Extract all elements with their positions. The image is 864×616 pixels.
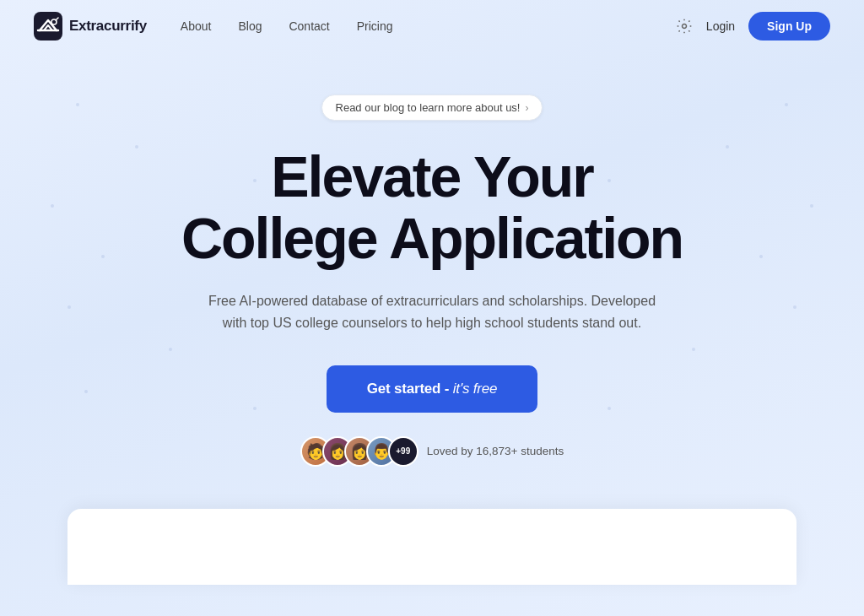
nav-right: Login Sign Up [676,12,830,41]
login-button[interactable]: Login [706,19,735,33]
nav-contact[interactable]: Contact [289,19,329,33]
cta-bold-text: Get started - [367,381,453,397]
nav-blog[interactable]: Blog [238,19,262,33]
nav-pricing[interactable]: Pricing [357,19,393,33]
social-label: Loved by 16,873+ students [427,445,564,457]
brand-name: Extracurrify [69,18,147,35]
social-proof: 🧑 👩 👩 👨 +99 Loved by 16,873+ students [300,436,564,467]
hero-section: Read our blog to learn more about us! › … [0,52,864,509]
hero-title: Elevate Your College Application [181,146,683,270]
blog-badge[interactable]: Read our blog to learn more about us! › [321,95,543,121]
badge-arrow-icon: › [525,102,528,114]
blog-badge-text: Read our blog to learn more about us! [336,101,521,114]
hero-title-line1: Elevate Your [271,144,593,208]
nav-about[interactable]: About [181,19,212,33]
cta-button[interactable]: Get started - it's free [327,365,538,413]
bottom-card-preview [68,509,796,585]
settings-icon[interactable] [676,18,693,35]
nav-links: About Blog Contact Pricing [181,19,676,33]
cta-italic-text: it's free [453,381,497,397]
avatar-5: +99 [388,436,418,467]
logo-icon [34,12,62,41]
hero-title-line2: College Application [181,206,683,270]
logo[interactable]: Extracurrify [34,12,147,41]
avatar-count: +99 [396,446,410,456]
avatar-group: 🧑 👩 👩 👨 +99 [300,436,418,467]
signup-button[interactable]: Sign Up [748,12,830,41]
svg-point-4 [682,24,686,29]
navbar: Extracurrify About Blog Contact Pricing … [0,0,864,52]
hero-subtitle: Free AI-powered database of extracurricu… [204,290,660,335]
